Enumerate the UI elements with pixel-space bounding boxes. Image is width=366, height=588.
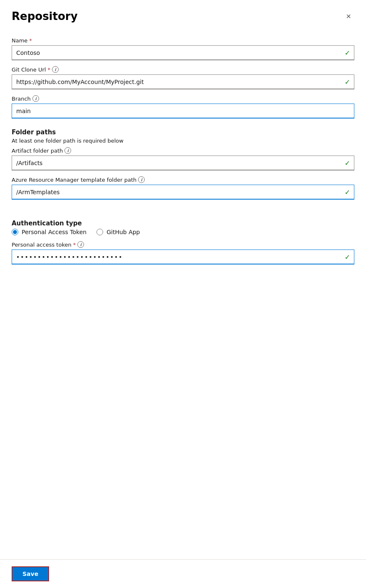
panel-footer: Save — [0, 559, 366, 588]
name-label: Name * — [12, 37, 354, 44]
auth-pat-option[interactable]: Personal Access Token — [12, 229, 87, 235]
auth-pat-radio[interactable] — [12, 229, 18, 235]
pat-label: Personal access token * i — [12, 241, 354, 248]
folder-paths-section: Folder paths At least one folder path is… — [12, 124, 354, 205]
auth-github-label: GitHub App — [106, 229, 140, 235]
auth-github-option[interactable]: GitHub App — [96, 229, 140, 235]
auth-pat-label: Personal Access Token — [22, 229, 87, 235]
auth-type-title: Authentication type — [12, 220, 354, 227]
artifact-folder-input[interactable] — [12, 156, 354, 170]
folder-paths-desc: At least one folder path is required bel… — [12, 138, 354, 144]
artifact-folder-field-group: Artifact folder path i ✓ — [12, 147, 354, 170]
arm-template-input-wrapper: ✓ — [12, 185, 354, 200]
name-required-star: * — [29, 37, 32, 44]
name-field-group: Name * ✓ — [12, 37, 354, 60]
artifact-folder-label: Artifact folder path i — [12, 147, 354, 154]
auth-github-radio[interactable] — [96, 229, 103, 235]
arm-template-info-icon[interactable]: i — [138, 176, 145, 183]
panel-title: Repository — [12, 10, 78, 22]
git-clone-url-input[interactable] — [12, 74, 354, 89]
arm-template-input[interactable] — [12, 185, 354, 200]
arm-template-label: Azure Resource Manager template folder p… — [12, 176, 354, 183]
branch-field-group: Branch i — [12, 95, 354, 119]
save-button[interactable]: Save — [12, 566, 49, 581]
name-input-wrapper: ✓ — [12, 45, 354, 60]
pat-required-star: * — [73, 242, 76, 248]
branch-input[interactable] — [12, 104, 354, 119]
branch-info-icon[interactable]: i — [32, 95, 39, 102]
arm-template-field-group: Azure Resource Manager template folder p… — [12, 176, 354, 200]
auth-radio-group: Personal Access Token GitHub App — [12, 229, 354, 235]
auth-section: Authentication type Personal Access Toke… — [12, 215, 354, 270]
close-button[interactable]: × — [343, 10, 354, 22]
git-clone-url-check-icon: ✓ — [345, 78, 350, 86]
panel-header: Repository × — [0, 0, 366, 31]
folder-paths-title: Folder paths — [12, 128, 354, 136]
git-clone-url-label: Git Clone Url * i — [12, 66, 354, 73]
git-clone-url-input-wrapper: ✓ — [12, 74, 354, 89]
artifact-folder-input-wrapper: ✓ — [12, 156, 354, 170]
branch-label: Branch i — [12, 95, 354, 102]
arm-template-check-icon: ✓ — [345, 188, 350, 196]
panel-body: Name * ✓ Git Clone Url * i ✓ Branch — [0, 31, 366, 588]
git-clone-url-info-icon[interactable]: i — [52, 66, 59, 73]
pat-input-wrapper: ✓ — [12, 250, 354, 264]
name-check-icon: ✓ — [345, 49, 350, 57]
branch-input-wrapper — [12, 104, 354, 119]
artifact-folder-check-icon: ✓ — [345, 159, 350, 167]
git-clone-url-required-star: * — [47, 67, 50, 73]
repository-panel: Repository × Name * ✓ Git Clone Url * i — [0, 0, 366, 588]
artifact-folder-info-icon[interactable]: i — [64, 147, 71, 154]
name-input[interactable] — [12, 45, 354, 60]
git-clone-url-field-group: Git Clone Url * i ✓ — [12, 66, 354, 89]
pat-input[interactable] — [12, 250, 354, 264]
pat-info-icon[interactable]: i — [77, 241, 84, 248]
pat-check-icon: ✓ — [345, 253, 350, 261]
pat-field-group: Personal access token * i ✓ — [12, 241, 354, 264]
